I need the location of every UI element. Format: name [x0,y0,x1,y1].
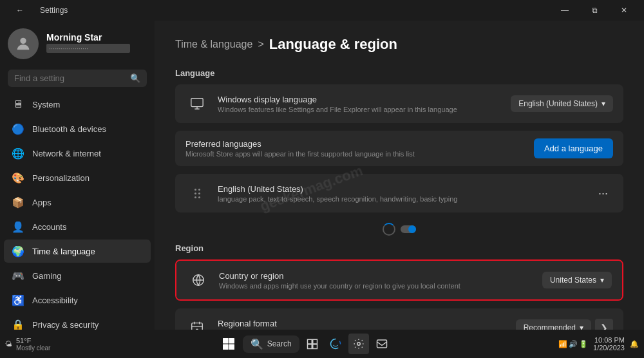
loading-area [175,223,623,236]
search-icon: 🔍 [130,73,140,83]
sidebar-item-label: System [32,100,60,109]
taskbar-left: 🌤 51°F Mostly clear [5,337,50,352]
preferred-title: Preferred languages [185,139,415,149]
regional-action[interactable]: Recommended ▾ ❯ [516,319,613,330]
sidebar-item-system[interactable]: 🖥 System [4,93,151,116]
privacy-icon: 🔒 [12,318,24,330]
language-dropdown-button[interactable]: English (United States) ▾ [511,95,613,112]
display-language-row[interactable]: Windows display language Windows feature… [175,84,623,123]
display-language-dropdown[interactable]: English (United States) ▾ [511,95,613,112]
notification-icon[interactable]: 🔔 [630,340,639,348]
titlebar: ← Settings — ⧉ ✕ [0,0,644,21]
sidebar-item-gaming[interactable]: 🎮 Gaming [4,264,151,287]
sidebar-item-privacy[interactable]: 🔒 Privacy & security [4,313,151,330]
app-title: Settings [40,6,68,15]
display-language-sub: Windows features like Settings and File … [218,106,502,113]
english-us-card: English (United States) language pack, t… [175,174,623,212]
sidebar-item-label: Network & internet [32,149,101,158]
weather-icon: 🌤 [5,340,12,348]
maximize-button[interactable]: ⧉ [580,0,609,21]
more-button[interactable]: ··· [593,185,613,202]
system-icon: 🖥 [12,98,24,111]
display-language-title: Windows display language [218,95,502,104]
user-name: Morning Star [46,32,144,42]
svg-rect-10 [307,339,312,344]
minimize-button[interactable]: — [550,0,580,21]
add-language-action[interactable]: Add a language [534,138,613,158]
close-button[interactable]: ✕ [609,0,639,21]
clock-time: 10:08 PM [593,336,625,344]
sidebar-item-label: Personalization [32,173,90,183]
clock-date: 1/20/2023 [593,344,625,352]
chevron-down-icon: ▾ [580,323,583,330]
sidebar-item-time-language[interactable]: 🌍 Time & language [4,240,151,263]
sidebar-item-accessibility[interactable]: ♿ Accessibility [4,288,151,312]
settings-button[interactable] [348,334,369,354]
weather-info: 51°F Mostly clear [16,337,50,352]
display-language-text: Windows display language Windows feature… [218,95,502,113]
breadcrumb: Time & language > Language & region [175,36,623,53]
regional-format-row[interactable]: Regional format Windows and some apps fo… [175,308,623,330]
sidebar-item-network[interactable]: 🌐 Network & internet [4,142,151,165]
preferred-left: Preferred languages Microsoft Store apps… [185,139,415,158]
sidebar-item-apps[interactable]: 📦 Apps [4,191,151,214]
english-us-row[interactable]: English (United States) language pack, t… [175,174,623,212]
svg-rect-6 [223,338,229,344]
sidebar-item-bluetooth[interactable]: 🔵 Bluetooth & devices [4,117,151,140]
expand-button[interactable]: ❯ [595,319,613,330]
search-input[interactable] [14,73,125,83]
add-language-button[interactable]: Add a language [534,138,613,158]
english-us-title: English (United States) [218,184,584,194]
region-card: Country or region Windows and apps might… [175,259,623,301]
avatar [8,28,39,59]
display-language-icon [185,92,209,115]
taskbar: 🌤 51°F Mostly clear 🔍 Search [0,330,644,358]
english-us-sub: language pack, text-to-speech, speech re… [218,195,584,203]
clock[interactable]: 10:08 PM 1/20/2023 [593,336,625,352]
weather-temp: 51°F [16,337,50,344]
language-section-title: Language [175,68,623,78]
loading-spinner [383,223,395,236]
personalization-icon: 🎨 [12,171,24,184]
bluetooth-icon: 🔵 [12,122,24,135]
english-us-more[interactable]: ··· [593,185,613,202]
svg-rect-11 [312,339,317,344]
country-dropdown[interactable]: United States ▾ [542,272,612,288]
sidebar-item-label: Time & language [32,247,95,256]
sidebar-item-accounts[interactable]: 👤 Accounts [4,215,151,238]
country-title: Country or region [219,271,533,281]
weather-area[interactable]: 🌤 51°F Mostly clear [5,337,50,352]
window-controls: — ⧉ ✕ [550,0,639,21]
main-layout: Morning Star ···················· 🔍 🖥 Sy… [0,21,644,330]
chevron-down-icon: ▾ [601,99,605,108]
sys-tray[interactable]: 📶 🔊 🔋 [558,340,588,348]
preferred-text: Preferred languages Microsoft Store apps… [185,139,415,158]
sidebar-item-personalization[interactable]: 🎨 Personalization [4,166,151,189]
sidebar-item-label: Accessibility [32,296,78,305]
country-dropdown-button[interactable]: United States ▾ [542,272,612,288]
back-button[interactable]: ← [5,0,35,21]
sidebar-item-label: Gaming [32,271,62,281]
sidebar-item-label: Bluetooth & devices [32,124,106,134]
task-view-button[interactable] [302,334,323,354]
edge-button[interactable] [325,334,346,354]
region-section-title: Region [175,243,623,253]
svg-rect-8 [223,344,229,350]
accessibility-icon: ♿ [12,294,24,306]
search-box[interactable]: 🔍 [8,70,147,87]
regional-dropdown-button[interactable]: Recommended ▾ [516,319,591,330]
time-language-icon: 🌍 [12,245,24,258]
mail-button[interactable] [372,334,392,354]
svg-rect-13 [312,344,317,349]
preferred-languages-row: Preferred languages Microsoft Store apps… [175,131,623,166]
breadcrumb-parent[interactable]: Time & language [175,39,252,50]
country-text: Country or region Windows and apps might… [219,271,533,290]
sidebar-item-label: Apps [32,198,52,207]
regional-format-icon [185,316,209,330]
country-region-row[interactable]: Country or region Windows and apps might… [176,261,622,299]
search-bar[interactable]: 🔍 Search [243,335,299,353]
svg-rect-9 [229,344,234,350]
taskbar-right: 📶 🔊 🔋 10:08 PM 1/20/2023 🔔 [558,336,639,352]
start-button[interactable] [217,332,240,355]
svg-rect-12 [307,344,312,349]
